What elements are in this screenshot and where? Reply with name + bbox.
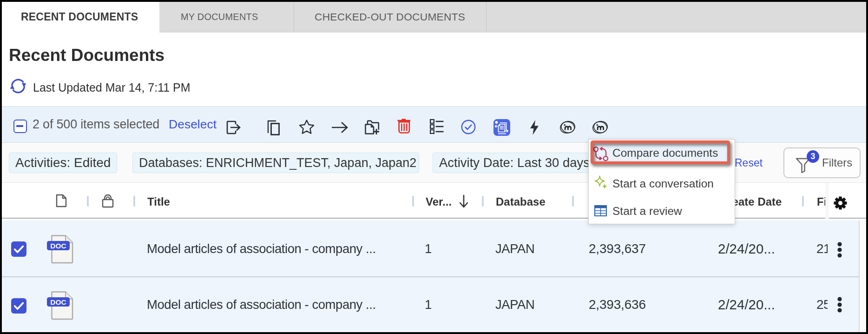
svg-text:DOC: DOC [50,242,66,250]
svg-text:DOC: DOC [50,298,66,306]
